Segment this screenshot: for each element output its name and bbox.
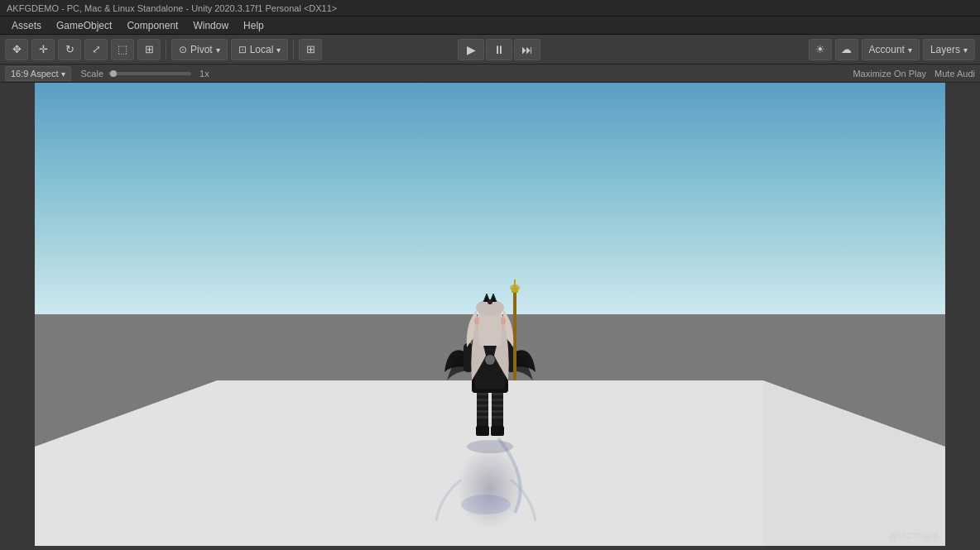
- svg-rect-24: [513, 289, 516, 380]
- aspect-chevron: [61, 69, 65, 79]
- svg-point-32: [488, 299, 492, 304]
- cloud-icon: ☁: [841, 43, 852, 55]
- svg-point-34: [501, 317, 506, 325]
- svg-rect-14: [492, 410, 503, 413]
- game-view: @51CTO服务: [35, 83, 945, 546]
- svg-rect-6: [477, 404, 488, 407]
- title-bar: AKFGDEMO - PC, Mac & Linux Standalone - …: [0, 0, 980, 17]
- separator-1: [166, 40, 166, 60]
- move-tool-button[interactable]: ✛: [31, 39, 55, 60]
- separator-2: [293, 40, 294, 60]
- local-button[interactable]: ⊡ Local: [231, 39, 289, 60]
- local-chevron: [276, 44, 281, 55]
- pivot-icon: ⊙: [179, 44, 187, 55]
- game-toolbar-right: Maximize On Play Mute Audi: [853, 69, 975, 79]
- toolbar-right: ☀ ☁ Account Layers: [809, 39, 975, 60]
- scale-value: 1x: [199, 69, 209, 79]
- main-content: @51CTO服务: [0, 83, 980, 550]
- menu-window[interactable]: Window: [186, 18, 235, 33]
- layers-button[interactable]: Layers: [923, 39, 975, 60]
- account-button[interactable]: Account: [862, 39, 920, 60]
- scale-slider[interactable]: [108, 72, 191, 75]
- menu-gameobject[interactable]: GameObject: [50, 18, 118, 33]
- scale-label: Scale: [81, 69, 104, 79]
- rect-tool-button[interactable]: ⬚: [111, 39, 134, 60]
- menu-component[interactable]: Component: [120, 18, 185, 33]
- pivot-chevron: [216, 44, 220, 55]
- svg-rect-5: [477, 399, 488, 401]
- mute-audio-button[interactable]: Mute Audi: [934, 69, 975, 79]
- svg-rect-13: [492, 404, 503, 407]
- local-icon: ⊡: [238, 44, 247, 55]
- pivot-button[interactable]: ⊙ Pivot: [171, 39, 228, 60]
- play-icon: ▶: [467, 43, 476, 56]
- svg-rect-4: [477, 393, 488, 395]
- scale-tool-button[interactable]: ⤢: [84, 39, 108, 60]
- step-button[interactable]: ⏭: [514, 39, 540, 60]
- step-icon: ⏭: [521, 43, 533, 56]
- scale-thumb: [110, 70, 117, 77]
- menu-bar: Assets GameObject Component Window Help: [0, 17, 980, 35]
- layers-label: Layers: [930, 44, 960, 55]
- grid-button[interactable]: ⊞: [299, 39, 322, 60]
- svg-rect-27: [514, 280, 516, 289]
- toolbar: ✥ ✛ ↻ ⤢ ⬚ ⊞ ⊙ Pivot ⊡ Local ⊞ ▶ ⏸ ⏭ ☀ ☁: [0, 35, 980, 65]
- character: [440, 273, 540, 455]
- play-button[interactable]: ▶: [458, 39, 484, 60]
- svg-rect-8: [477, 416, 488, 418]
- svg-rect-11: [492, 393, 503, 395]
- svg-point-21: [485, 355, 495, 365]
- rotate-tool-button[interactable]: ↻: [58, 39, 81, 60]
- pause-button[interactable]: ⏸: [486, 39, 512, 60]
- cloud-button[interactable]: ☁: [835, 39, 858, 60]
- aspect-label: 16:9 Aspect: [11, 69, 59, 79]
- transform-tool-button[interactable]: ⊞: [137, 39, 161, 60]
- pause-icon: ⏸: [493, 43, 505, 56]
- shadow-svg: [424, 430, 556, 529]
- layers-chevron: [963, 44, 968, 55]
- svg-rect-12: [492, 399, 503, 401]
- svg-marker-1: [763, 380, 945, 546]
- play-controls: ▶ ⏸ ⏭: [458, 39, 540, 60]
- pivot-label: Pivot: [190, 44, 213, 55]
- account-label: Account: [869, 44, 905, 55]
- svg-rect-7: [477, 410, 488, 413]
- svg-rect-30: [478, 313, 502, 346]
- account-chevron: [908, 44, 912, 55]
- maximize-on-play-button[interactable]: Maximize On Play: [853, 69, 926, 79]
- menu-assets[interactable]: Assets: [5, 18, 48, 33]
- sun-button[interactable]: ☀: [809, 39, 832, 60]
- aspect-button[interactable]: 16:9 Aspect: [5, 66, 71, 81]
- title-text: AKFGDEMO - PC, Mac & Linux Standalone - …: [7, 3, 337, 13]
- watermark: @51CTO服务: [889, 531, 940, 543]
- local-label: Local: [250, 44, 274, 55]
- svg-rect-15: [492, 416, 503, 418]
- svg-point-35: [461, 495, 511, 514]
- menu-help[interactable]: Help: [237, 18, 271, 33]
- svg-point-33: [474, 317, 479, 325]
- game-toolbar: 16:9 Aspect Scale 1x Maximize On Play Mu…: [0, 65, 980, 83]
- hand-tool-button[interactable]: ✥: [5, 39, 28, 60]
- sun-icon: ☀: [815, 43, 825, 55]
